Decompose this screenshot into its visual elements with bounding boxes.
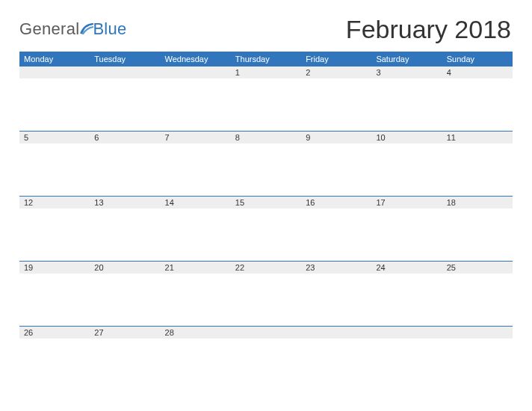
day-number: 19 [19,261,90,274]
day-number: 9 [301,131,371,143]
day-number: 22 [231,261,301,274]
day-number: 24 [371,261,442,274]
day-number: 27 [90,326,160,339]
day-number: 18 [442,196,513,208]
calendar-cell [442,326,513,391]
day-number: 1 [231,66,301,78]
brand-logo: General Blue [19,19,127,39]
day-number [19,66,90,78]
calendar-cell [19,66,90,131]
calendar-table: Monday Tuesday Wednesday Thursday Friday… [19,52,513,391]
day-number [301,326,371,339]
calendar-cell: 24 [371,261,442,326]
day-number: 11 [442,131,513,143]
day-header: Saturday [371,52,442,66]
calendar-cell: 18 [442,196,513,261]
calendar-cell: 17 [371,196,442,261]
day-number: 16 [301,196,371,208]
calendar-week-row: 5 6 7 8 9 10 11 [19,131,513,196]
day-number [442,326,513,339]
calendar-cell: 1 [231,66,301,131]
day-number: 14 [161,196,231,208]
day-number [90,66,160,78]
day-number: 2 [301,66,371,78]
day-number: 21 [161,261,231,274]
page-title: February 2018 [346,15,511,44]
day-number: 25 [442,261,513,274]
calendar-cell: 26 [19,326,90,391]
calendar-cell: 25 [442,261,513,326]
day-number [231,326,301,339]
day-number: 28 [161,326,231,339]
calendar-week-row: 26 27 28 [19,326,513,391]
calendar-cell: 5 [19,131,90,196]
day-number: 15 [231,196,301,208]
calendar-cell: 10 [371,131,442,196]
calendar-cell: 12 [19,196,90,261]
day-header: Thursday [231,52,301,66]
day-header: Sunday [442,52,513,66]
calendar-cell: 7 [161,131,231,196]
day-number: 6 [90,131,160,143]
calendar-cell [161,66,231,131]
day-header: Monday [19,52,90,66]
calendar-cell: 22 [231,261,301,326]
calendar-cell: 15 [231,196,301,261]
calendar-body: 1 2 3 4 5 6 7 8 9 10 11 12 13 14 15 16 1… [19,66,513,391]
calendar-week-row: 19 20 21 22 23 24 25 [19,261,513,326]
day-number: 13 [90,196,160,208]
calendar-cell: 4 [442,66,513,131]
calendar-cell [371,326,442,391]
day-number: 8 [231,131,301,143]
calendar-week-row: 12 13 14 15 16 17 18 [19,196,513,261]
calendar-cell: 16 [301,196,371,261]
day-number: 7 [161,131,231,143]
calendar-cell [90,66,160,131]
calendar-cell: 9 [301,131,371,196]
header: General Blue February 2018 [19,15,513,44]
calendar-cell: 2 [301,66,371,131]
calendar-cell: 21 [161,261,231,326]
calendar-cell: 11 [442,131,513,196]
day-number: 12 [19,196,90,208]
calendar-cell: 20 [90,261,160,326]
calendar-cell: 23 [301,261,371,326]
day-number: 20 [90,261,160,274]
day-number: 3 [371,66,442,78]
day-number: 26 [19,326,90,339]
calendar-cell: 19 [19,261,90,326]
day-number: 17 [371,196,442,208]
calendar-cell: 27 [90,326,160,391]
day-header: Tuesday [90,52,160,66]
day-number [371,326,442,339]
calendar-cell: 13 [90,196,160,261]
calendar-cell [301,326,371,391]
day-header: Wednesday [161,52,231,66]
brand-word-general: General [19,19,79,39]
calendar-cell [231,326,301,391]
day-number: 23 [301,261,371,274]
calendar-cell: 14 [161,196,231,261]
calendar-cell: 3 [371,66,442,131]
calendar-header-row: Monday Tuesday Wednesday Thursday Friday… [19,52,513,66]
calendar-cell: 6 [90,131,160,196]
calendar-cell: 28 [161,326,231,391]
day-header: Friday [301,52,371,66]
brand-swoosh-icon [79,22,94,36]
day-number [161,66,231,78]
day-number: 10 [371,131,442,143]
calendar-cell: 8 [231,131,301,196]
brand-word-blue: Blue [93,19,126,39]
day-number: 4 [442,66,513,78]
day-number: 5 [19,131,90,143]
calendar-week-row: 1 2 3 4 [19,66,513,131]
